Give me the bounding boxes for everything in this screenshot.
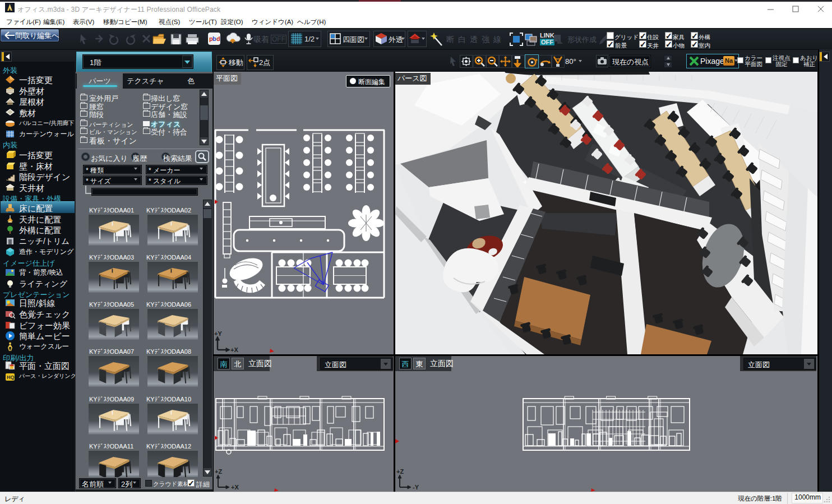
svg-text:d: d bbox=[216, 35, 220, 42]
svg-text:+X: +X bbox=[230, 346, 238, 353]
svg-text:HQ: HQ bbox=[7, 374, 15, 380]
svg-text:b: b bbox=[212, 35, 216, 42]
svg-text:+Z: +Z bbox=[396, 468, 404, 475]
svg-text:-Y: -Y bbox=[413, 484, 419, 491]
svg-text:+X: +X bbox=[231, 484, 239, 491]
svg-text:+Y: +Y bbox=[214, 330, 222, 337]
svg-text:+Z: +Z bbox=[215, 468, 222, 475]
